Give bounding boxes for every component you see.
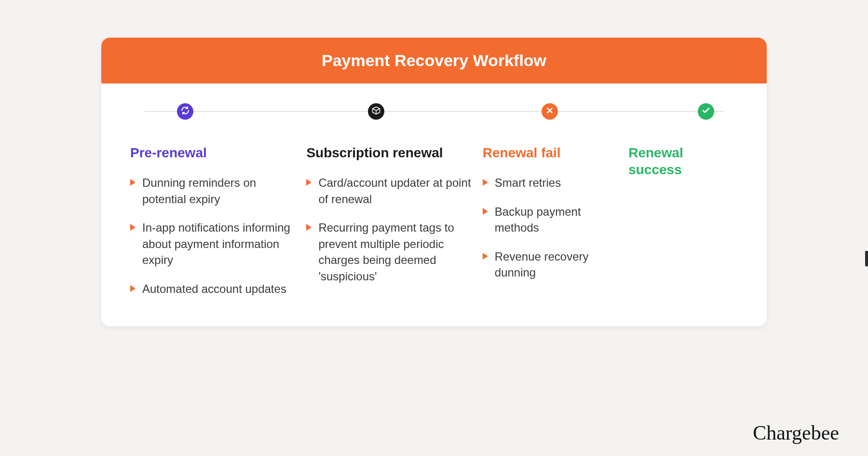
list-item: Revenue recovery dunning xyxy=(483,249,619,281)
box-icon xyxy=(372,106,380,117)
bullet-text: Smart retries xyxy=(495,175,561,191)
brand-logo: Chargebee xyxy=(753,421,839,444)
arrow-icon xyxy=(483,253,488,260)
list-item: Smart retries xyxy=(483,175,619,191)
columns-container: Pre-renewalDunning reminders on potentia… xyxy=(130,144,738,297)
edge-marker xyxy=(865,251,868,266)
arrow-icon xyxy=(306,224,312,231)
bullet-list: Dunning reminders on potential expiryIn-… xyxy=(130,175,297,297)
check-icon xyxy=(702,106,710,117)
bullet-list: Smart retriesBackup payment methodsReven… xyxy=(483,175,619,281)
column-title: Renewal success xyxy=(628,144,728,178)
column-2: Renewal failSmart retriesBackup payment … xyxy=(483,144,628,297)
timeline-node-1 xyxy=(368,103,384,120)
bullet-list: Card/account updater at point of renewal… xyxy=(306,175,473,285)
bullet-text: Card/account updater at point of renewal xyxy=(318,175,473,207)
timeline-line xyxy=(145,111,723,112)
bullet-text: In-app notifications informing about pay… xyxy=(142,220,297,268)
arrow-icon xyxy=(483,208,488,215)
card-title: Payment Recovery Workflow xyxy=(101,38,767,83)
arrow-icon xyxy=(130,285,136,292)
bullet-text: Automated account updates xyxy=(142,281,286,297)
workflow-card: Payment Recovery Workflow Pre-renewalDun… xyxy=(101,38,767,326)
arrow-icon xyxy=(306,179,312,186)
bullet-text: Backup payment methods xyxy=(495,204,619,236)
column-title: Pre-renewal xyxy=(130,144,297,161)
column-3: Renewal success xyxy=(628,144,738,297)
column-title: Subscription renewal xyxy=(306,144,473,161)
timeline-node-0 xyxy=(177,103,193,120)
list-item: Card/account updater at point of renewal xyxy=(306,175,473,207)
x-icon xyxy=(546,107,554,116)
bullet-text: Recurring payment tags to prevent multip… xyxy=(318,220,473,284)
timeline xyxy=(145,103,723,120)
list-item: Automated account updates xyxy=(130,281,297,297)
column-title: Renewal fail xyxy=(483,144,619,161)
bullet-text: Dunning reminders on potential expiry xyxy=(142,175,297,207)
arrow-icon xyxy=(130,224,136,231)
list-item: Backup payment methods xyxy=(483,204,619,236)
list-item: In-app notifications informing about pay… xyxy=(130,220,297,268)
arrow-icon xyxy=(130,179,136,186)
card-body: Pre-renewalDunning reminders on potentia… xyxy=(101,83,767,326)
timeline-node-3 xyxy=(698,103,714,120)
refresh-icon xyxy=(180,106,190,117)
list-item: Dunning reminders on potential expiry xyxy=(130,175,297,207)
column-0: Pre-renewalDunning reminders on potentia… xyxy=(130,144,306,297)
list-item: Recurring payment tags to prevent multip… xyxy=(306,220,473,284)
arrow-icon xyxy=(483,179,488,186)
column-1: Subscription renewalCard/account updater… xyxy=(306,144,482,297)
bullet-text: Revenue recovery dunning xyxy=(495,249,619,281)
timeline-node-2 xyxy=(542,103,558,120)
